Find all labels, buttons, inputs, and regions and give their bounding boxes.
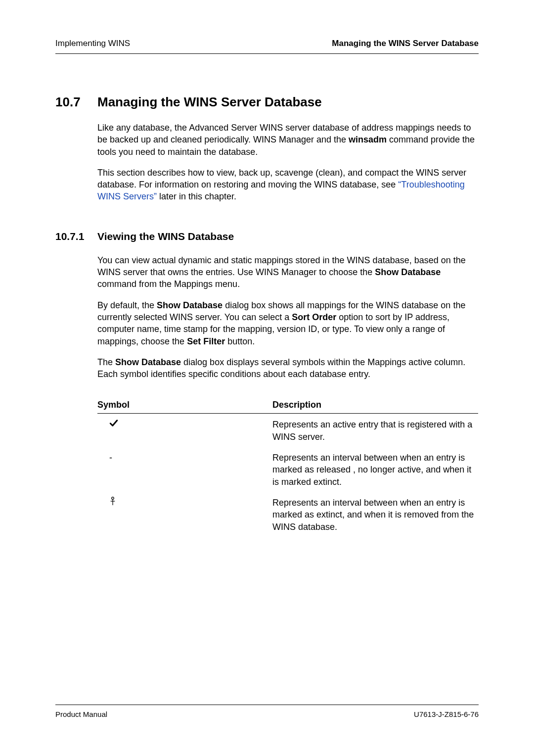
description-cell: Represents an interval between when an e… [272,492,478,537]
section-p1: Like any database, the Advanced Server W… [97,122,479,158]
description-cell: Represents an interval between when an e… [272,447,478,492]
subsection-number: 10.7.1 [55,231,97,242]
text: button. [225,336,255,346]
symbol-cell [97,492,272,537]
symbol-cell [97,414,272,447]
column-header-symbol: Symbol [97,397,272,414]
running-header: Implementing WINS Managing the WINS Serv… [55,39,479,54]
section-number: 10.7 [55,94,97,110]
description-cell: Represents an active entry that is regis… [272,414,478,447]
header-left: Implementing WINS [55,39,130,48]
subsection-p3: The Show Database dialog box displays se… [97,356,479,380]
symbols-table: Symbol Description Represents an active … [97,397,478,536]
bold-show-database: Show Database [157,300,222,310]
subsection-heading: 10.7.1 Viewing the WINS Database [55,231,479,242]
text: later in this chapter. [157,191,236,201]
table-row: Represents an active entry that is regis… [97,414,478,447]
dash-icon: - [109,453,112,463]
bold-set-filter: Set Filter [187,336,225,346]
subsection-title: Viewing the WINS Database [97,231,234,242]
text: By default, the [97,300,157,310]
tombstone-icon [109,498,116,508]
subsection-p2: By default, the Show Database dialog box… [97,299,479,347]
table-row: Represents an interval between when an e… [97,492,478,537]
footer-right: U7613-J-Z815-6-76 [414,710,479,718]
section-title: Managing the WINS Server Database [97,94,322,110]
bold-sort-order: Sort Order [292,312,336,322]
bold-show-database: Show Database [115,357,181,367]
svg-point-0 [112,497,114,499]
text: The [97,357,115,367]
footer-left: Product Manual [55,710,107,718]
section-p2: This section describes how to view, back… [97,167,479,203]
header-right: Managing the WINS Server Database [332,39,479,48]
section-heading: 10.7 Managing the WINS Server Database [55,94,479,110]
section-body: Like any database, the Advanced Server W… [97,122,479,203]
subsection-p1: You can view actual dynamic and static m… [97,254,479,290]
table-row: - Represents an interval between when an… [97,447,478,492]
text: command from the Mappings menu. [97,279,240,289]
subsection-body: You can view actual dynamic and static m… [97,254,479,380]
symbol-cell: - [97,447,272,492]
table-header-row: Symbol Description [97,397,478,414]
bold-winsadm: winsadm [349,135,387,144]
checkmark-icon [109,420,118,429]
bold-show-database: Show Database [375,267,441,277]
page-footer: Product Manual U7613-J-Z815-6-76 [55,705,479,718]
column-header-description: Description [272,397,478,414]
